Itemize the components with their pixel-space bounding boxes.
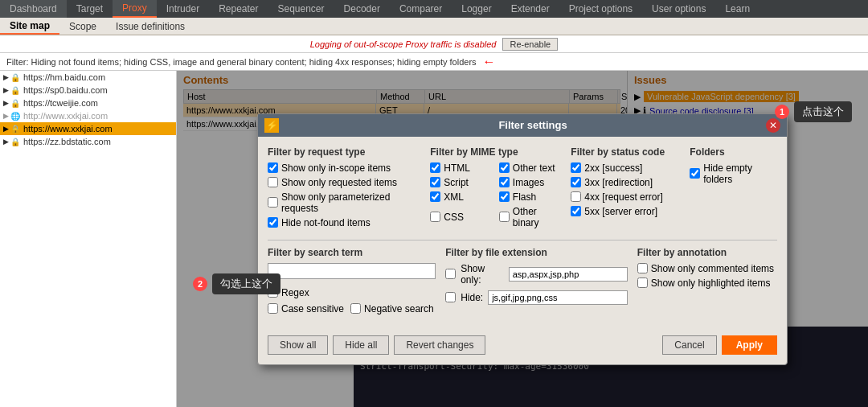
apply-button[interactable]: Apply	[722, 335, 777, 355]
checkbox-css[interactable]	[430, 212, 440, 222]
revert-changes-button[interactable]: Revert changes	[394, 335, 485, 355]
info-bar: Logging of out-of-scope Proxy traffic is…	[0, 35, 868, 53]
checkbox-hide-empty[interactable]	[690, 168, 700, 179]
option-commented[interactable]: Show only commented items	[637, 263, 777, 274]
option-other-text[interactable]: Other text	[499, 162, 562, 174]
sidebar-item-bdstatic[interactable]: ▶ 🔒 https://zz.bdstatic.com	[0, 135, 176, 148]
request-type-title: Filter by request type	[268, 146, 420, 158]
checkbox-parameterized[interactable]	[268, 197, 278, 208]
expand-icon: ▶	[3, 99, 9, 107]
sidebar-item-xxkjai-http[interactable]: ▶ 🌐 http://www.xxkjai.com	[0, 109, 176, 122]
file-extension-section: Filter by file extension Show only: Hide…	[445, 247, 628, 318]
checkbox-other-binary[interactable]	[499, 212, 510, 222]
sidebar-label: https://tcweijie.com	[23, 98, 98, 108]
nav-comparer[interactable]: Comparer	[390, 0, 452, 18]
modal-title: Filter settings	[285, 119, 780, 131]
sidebar-item-sp0-baidu[interactable]: ▶ 🔒 https://sp0.baidu.com	[0, 84, 176, 97]
show-only-input[interactable]	[509, 267, 628, 282]
nav-dashboard[interactable]: Dashboard	[0, 0, 67, 18]
modal-close-button[interactable]: ✕	[766, 118, 780, 133]
show-all-button[interactable]: Show all	[268, 335, 328, 355]
option-5xx[interactable]: 5xx [server error]	[571, 206, 680, 217]
option-requested[interactable]: Show only requested items	[268, 177, 420, 188]
annotation-title: Filter by annotation	[637, 247, 777, 258]
checkbox-5xx[interactable]	[571, 206, 581, 216]
option-xml[interactable]: XML	[430, 191, 493, 203]
option-html[interactable]: HTML	[430, 162, 493, 174]
reenable-button[interactable]: Re-enable	[502, 38, 558, 51]
hide-all-button[interactable]: Hide all	[333, 335, 389, 355]
option-2xx[interactable]: 2xx [success]	[571, 162, 680, 174]
option-images[interactable]: Images	[499, 177, 562, 188]
sidebar-item-tcweijie[interactable]: ▶ 🔒 https://tcweijie.com	[0, 97, 176, 109]
option-css[interactable]: CSS	[430, 206, 493, 228]
subnav-scope[interactable]: Scope	[59, 18, 106, 35]
nav-repeater[interactable]: Repeater	[209, 0, 268, 18]
checkbox-hide-ext[interactable]	[445, 292, 456, 302]
checkbox-html[interactable]	[430, 162, 440, 173]
option-in-scope[interactable]: Show only in-scope items	[268, 162, 420, 174]
option-negative[interactable]: Negative search	[350, 303, 434, 314]
checkbox-in-scope[interactable]	[268, 162, 278, 173]
checkbox-4xx[interactable]	[571, 191, 581, 202]
checkbox-3xx[interactable]	[571, 177, 581, 187]
site-icon: 🔒	[10, 125, 20, 134]
option-hide-not-found[interactable]: Hide not-found items	[268, 217, 420, 228]
nav-extender[interactable]: Extender	[502, 0, 559, 18]
search-term-input[interactable]	[268, 263, 436, 279]
subnav-issue-definitions[interactable]: Issue definitions	[106, 18, 194, 35]
checkbox-show-only[interactable]	[445, 269, 456, 279]
checkbox-hide-not-found[interactable]	[268, 217, 278, 228]
checkbox-xml[interactable]	[430, 191, 440, 202]
annotation-badge-2: 2	[193, 277, 207, 291]
nav-project-options[interactable]: Project options	[559, 0, 642, 18]
option-flash[interactable]: Flash	[499, 191, 562, 203]
nav-logger[interactable]: Logger	[452, 0, 501, 18]
option-other-binary[interactable]: Other binary	[499, 206, 562, 228]
option-4xx[interactable]: 4xx [request error]	[571, 191, 680, 203]
option-case-sensitive[interactable]: Case sensitive	[268, 303, 344, 314]
site-icon: 🔒	[10, 138, 20, 146]
nav-intruder[interactable]: Intruder	[157, 0, 209, 18]
sidebar-item-xxkjai-https[interactable]: ▶ 🔒 https://www.xxkjai.com	[0, 122, 176, 135]
option-hide-empty[interactable]: Hide empty folders	[690, 162, 777, 185]
filter-bar[interactable]: Filter: Hiding not found items; hiding C…	[0, 53, 868, 71]
nav-proxy[interactable]: Proxy	[113, 0, 157, 18]
request-type-section: Filter by request type Show only in-scop…	[268, 146, 420, 232]
checkbox-script[interactable]	[430, 177, 440, 187]
left-buttons: Show all Hide all Revert changes	[268, 335, 485, 355]
subnav-sitemap[interactable]: Site map	[0, 18, 59, 35]
checkbox-negative[interactable]	[350, 303, 361, 314]
checkbox-images[interactable]	[499, 177, 510, 187]
divider	[268, 240, 777, 240]
nav-decoder[interactable]: Decoder	[334, 0, 390, 18]
checkbox-commented[interactable]	[637, 263, 648, 273]
cancel-button[interactable]: Cancel	[662, 335, 716, 355]
annotation-section: Filter by annotation Show only commented…	[637, 247, 777, 318]
site-icon: 🔒	[10, 73, 20, 82]
checkbox-highlighted[interactable]	[637, 278, 648, 288]
checkbox-other-text[interactable]	[499, 162, 510, 173]
checkbox-case-sensitive[interactable]	[268, 303, 278, 314]
option-script[interactable]: Script	[430, 177, 493, 188]
sidebar-item-hm-baidu[interactable]: ▶ 🔒 https://hm.baidu.com	[0, 71, 176, 84]
nav-sequencer[interactable]: Sequencer	[268, 0, 334, 18]
hide-ext-input[interactable]	[488, 290, 628, 305]
option-3xx[interactable]: 3xx [redirection]	[571, 177, 680, 188]
option-parameterized[interactable]: Show only parameterized requests	[268, 191, 420, 214]
nav-target[interactable]: Target	[67, 0, 113, 18]
nav-user-options[interactable]: User options	[642, 0, 715, 18]
option-regex[interactable]: Regex	[268, 287, 309, 298]
checkbox-flash[interactable]	[499, 191, 510, 202]
mime-type-section: Filter by MIME type HTML Other text	[430, 146, 561, 232]
top-navigation: Dashboard Target Proxy Intruder Repeater…	[0, 0, 868, 18]
expand-icon: ▶	[3, 86, 9, 94]
checkbox-regex[interactable]	[268, 287, 278, 298]
site-icon: 🔒	[10, 86, 20, 95]
option-highlighted[interactable]: Show only highlighted items	[637, 278, 777, 289]
expand-icon: ▶	[3, 138, 9, 146]
checkbox-2xx[interactable]	[571, 162, 581, 173]
filter-text: Filter: Hiding not found items; hiding C…	[6, 57, 477, 67]
checkbox-requested[interactable]	[268, 177, 278, 187]
nav-learn[interactable]: Learn	[715, 0, 760, 18]
